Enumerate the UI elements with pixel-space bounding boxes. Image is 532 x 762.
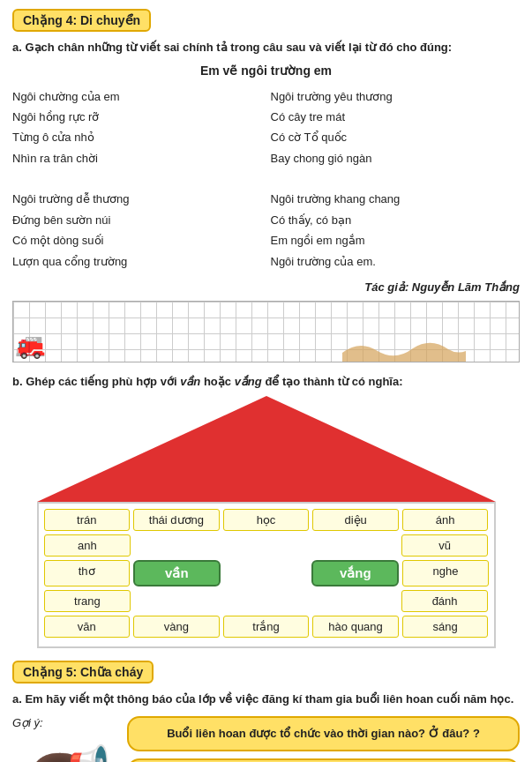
house-cell-empty: [223, 534, 309, 557]
house-cell: đánh: [401, 590, 489, 612]
vang-green-button[interactable]: vắng: [311, 560, 399, 586]
section5-hints: Buổi liên hoan được tổ chức vào thời gia…: [127, 716, 520, 762]
poem-author: Tác giả: Nguyễn Lãm Thắng: [12, 280, 520, 294]
poem-line: Em ngồi em ngắm: [271, 230, 521, 250]
house-section: trán thái dương học diệu ánh anh vũ thơ: [12, 396, 520, 648]
poem-line: Có cờ Tổ quốc: [271, 127, 521, 147]
poem-line: Bay chong gió ngàn: [271, 148, 521, 168]
house-cell: học: [223, 509, 310, 531]
poem-line: Có cây tre mát: [271, 107, 521, 127]
house-cell: trang: [44, 590, 131, 612]
section5-bottom: Gợi ý: 👧 📢 Buổi liên hoan được tổ chức v…: [12, 716, 520, 762]
house-cell: nghe: [402, 560, 488, 586]
poem-col-right: Ngôi trường yêu thương Có cây tre mát Có…: [271, 86, 521, 273]
megaphone-icon: 📢: [68, 743, 109, 762]
poem-line: Lượn qua cổng trường: [12, 251, 262, 272]
house-cell: thái dương: [133, 509, 220, 531]
question-b-label: b. Ghép các tiếng phù hợp với vần hoặc v…: [12, 373, 520, 391]
house-body: trán thái dương học diệu ánh anh vũ thơ: [37, 502, 496, 648]
poem-line: Ngôi trường yêu thương: [271, 86, 521, 107]
house-cell-empty: [312, 590, 398, 612]
house-roof: [37, 396, 496, 502]
house-row-2: anh vũ: [44, 534, 489, 557]
section5-header: Chặng 5: Chữa cháy: [12, 661, 154, 684]
section5-left: Gợi ý: 👧 📢: [12, 716, 118, 762]
house-cell-empty: [134, 590, 220, 612]
house-cell: trắng: [223, 616, 310, 638]
poem-line: Ngôi trường khang chang: [271, 189, 521, 209]
house-row-3: thơ vần vắng nghe: [44, 560, 489, 586]
section5-question-a: a. Em hãy viết một thông báo của lớp về …: [12, 691, 520, 708]
house-row-4: trang đánh: [44, 590, 489, 612]
poem-title: Em vẽ ngôi trường em: [12, 64, 520, 78]
poem-line: Đứng bên sườn núi: [12, 210, 262, 230]
poem-col-left: Ngôi chường của em Ngôi hồng rực rỡ Từng…: [12, 86, 262, 273]
poem-line: [271, 168, 521, 189]
poem-line: Ngôi trường của em.: [271, 251, 521, 272]
poem-line: Ngôi trường dễ thương: [12, 189, 262, 209]
poem-line: Có một dòng suối: [12, 230, 262, 250]
house-cell: thơ: [44, 560, 130, 586]
house-cell-empty: [223, 590, 309, 612]
house-cell: hào quang: [312, 616, 399, 638]
house-cell: vũ: [401, 534, 489, 557]
house-cell: văn: [44, 616, 131, 638]
poem-line: Ngôi chường của em: [12, 86, 262, 107]
sand-wave-decoration: [342, 335, 466, 362]
poem-line: Ngôi hồng rực rỡ: [12, 107, 262, 127]
house-cell: vàng: [133, 616, 220, 638]
house-cell-empty: [224, 560, 308, 586]
house-cell-empty: [134, 534, 220, 557]
hint-label: Gợi ý:: [12, 716, 43, 729]
house-cell-empty: [312, 534, 398, 557]
poem-columns: Ngôi chường của em Ngôi hồng rực rỡ Từng…: [12, 86, 520, 273]
house-cell: diệu: [312, 509, 399, 531]
house-cell: sáng: [402, 616, 489, 638]
poem-line: Nhìn ra trân chời: [12, 148, 262, 168]
house-container: trán thái dương học diệu ánh anh vũ thơ: [37, 396, 496, 648]
fire-truck-icon: 🚒: [15, 331, 46, 360]
poem-line: Từng ô cửa nhỏ: [12, 127, 262, 147]
section4-header: Chặng 4: Di chuyển: [12, 9, 151, 32]
section5: Chặng 5: Chữa cháy a. Em hãy viết một th…: [12, 661, 520, 762]
hint-bubble-1: Buổi liên hoan được tổ chức vào thời gia…: [127, 716, 520, 751]
poem-line: [12, 168, 262, 189]
house-cell: anh: [44, 534, 131, 557]
house-cell: ánh: [402, 509, 489, 531]
house-row-5: văn vàng trắng hào quang sáng: [44, 616, 489, 638]
question-a-label: a. Gạch chân những từ viết sai chính tả …: [12, 39, 520, 56]
poem-line: Có thấy, có bạn: [271, 210, 521, 230]
house-cell: trán: [44, 509, 131, 531]
house-row-1: trán thái dương học diệu ánh: [44, 509, 489, 531]
grid-writing-area[interactable]: 🚒: [12, 301, 520, 362]
hint-bubble-2: Ai được đăng kí tham gia?: [127, 758, 520, 762]
van-green-button[interactable]: vần: [133, 560, 221, 586]
page: Chặng 4: Di chuyển a. Gạch chân những từ…: [0, 0, 532, 762]
